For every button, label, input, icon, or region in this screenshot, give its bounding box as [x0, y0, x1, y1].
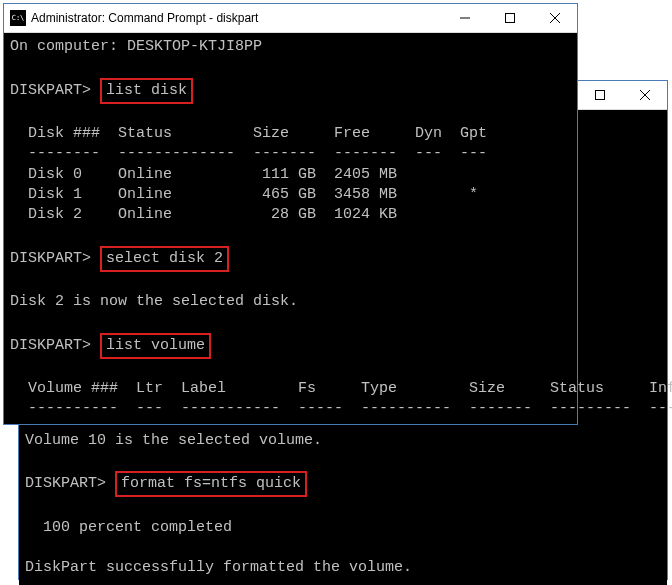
- cmd-window-front: Administrator: Command Prompt - diskpart…: [3, 3, 578, 425]
- volume-table-header: Volume ### Ltr Label Fs Type Size Status…: [10, 379, 571, 399]
- titlebar-front: Administrator: Command Prompt - diskpart: [4, 4, 577, 33]
- cmd-icon: [10, 10, 26, 26]
- terminal-body-front[interactable]: On computer: DESKTOP-KTJI8PP DISKPART> l…: [4, 33, 577, 424]
- command-list-volume: list volume: [100, 333, 211, 359]
- disk-table-header: Disk ### Status Size Free Dyn Gpt: [10, 124, 571, 144]
- svg-rect-1: [595, 91, 604, 100]
- volume-table-divider: ---------- --- ----------- ----- -------…: [10, 399, 571, 419]
- command-format: format fs=ntfs quick: [115, 471, 307, 497]
- prompt-prefix: DISKPART>: [25, 475, 106, 492]
- table-row: Disk 0 Online 111 GB 2405 MB: [10, 165, 571, 185]
- maximize-button-back[interactable]: [577, 81, 622, 110]
- maximize-button[interactable]: [487, 4, 532, 33]
- table-row: Disk 1 Online 465 GB 3458 MB *: [10, 185, 571, 205]
- computer-line: On computer: DESKTOP-KTJI8PP: [10, 37, 571, 57]
- msg-select-disk: Disk 2 is now the selected disk.: [10, 292, 571, 312]
- svg-rect-5: [505, 14, 514, 23]
- prompt-prefix: DISKPART>: [10, 250, 91, 267]
- msg-select-volume: Volume 10 is the selected volume.: [25, 431, 661, 451]
- disk-table-divider: -------- ------------- ------- ------- -…: [10, 144, 571, 164]
- msg-progress: 100 percent completed: [25, 518, 661, 538]
- table-row: Disk 2 Online 28 GB 1024 KB: [10, 205, 571, 225]
- prompt-prefix: DISKPART>: [10, 82, 91, 99]
- close-button-back[interactable]: [622, 81, 667, 110]
- titlebar-title-front: Administrator: Command Prompt - diskpart: [31, 11, 442, 25]
- command-select-disk: select disk 2: [100, 246, 229, 272]
- command-list-disk: list disk: [100, 78, 193, 104]
- close-button[interactable]: [532, 4, 577, 33]
- minimize-button[interactable]: [442, 4, 487, 33]
- msg-format-success: DiskPart successfully formatted the volu…: [25, 558, 661, 578]
- prompt-prefix: DISKPART>: [10, 337, 91, 354]
